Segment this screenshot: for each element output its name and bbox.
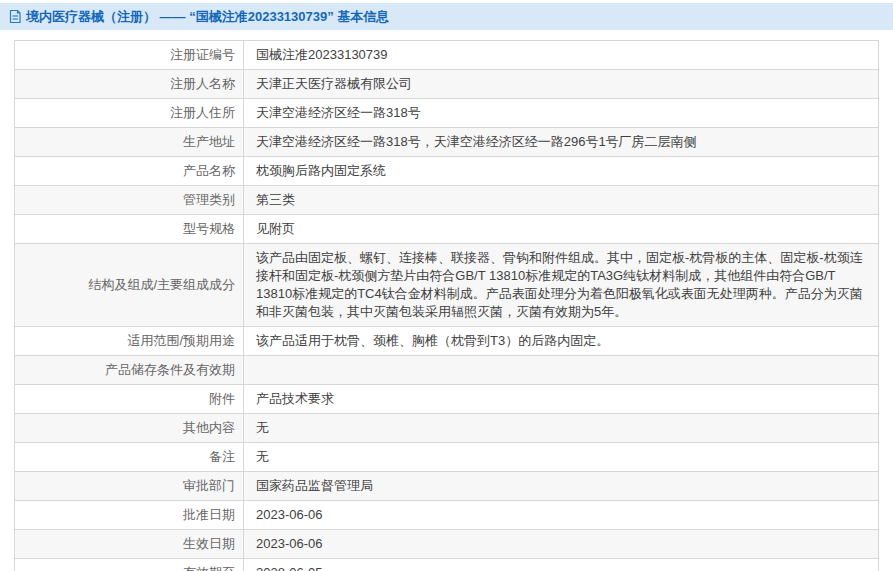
row-label: 附件 xyxy=(15,385,244,414)
row-label: 产品储存条件及有效期 xyxy=(15,356,244,385)
table-row: 注册人名称天津正天医疗器械有限公司 xyxy=(15,70,879,99)
row-label: 其他内容 xyxy=(15,414,244,443)
row-value: 2028-06-05 xyxy=(244,559,879,571)
row-label: 管理类别 xyxy=(15,186,244,215)
row-value: 无 xyxy=(244,414,879,443)
table-row: 审批部门国家药品监督管理局 xyxy=(15,472,879,501)
row-label: 注册人名称 xyxy=(15,70,244,99)
row-value: 见附页 xyxy=(244,215,879,244)
row-value: 无 xyxy=(244,443,879,472)
table-row: 备注无 xyxy=(15,443,879,472)
row-label: 产品名称 xyxy=(15,157,244,186)
table-row: 管理类别第三类 xyxy=(15,186,879,215)
table-row: 产品名称枕颈胸后路内固定系统 xyxy=(15,157,879,186)
table-row: 结构及组成/主要组成成分该产品由固定板、螺钉、连接棒、联接器、骨钩和附件组成。其… xyxy=(15,244,879,327)
registration-info-table: 注册证编号国械注准20233130739注册人名称天津正天医疗器械有限公司注册人… xyxy=(14,40,879,571)
row-value: 产品技术要求 xyxy=(244,385,879,414)
table-row: 产品储存条件及有效期 xyxy=(15,356,879,385)
row-label: 注册人住所 xyxy=(15,99,244,128)
table-row: 批准日期2023-06-06 xyxy=(15,501,879,530)
row-value: 枕颈胸后路内固定系统 xyxy=(244,157,879,186)
row-label: 审批部门 xyxy=(15,472,244,501)
table-row: 生产地址天津空港经济区经一路318号，天津空港经济区经一路296号1号厂房二层南… xyxy=(15,128,879,157)
page-title: 境内医疗器械（注册） —— “国械注准20233130739” 基本信息 xyxy=(26,8,389,26)
row-value: 国家药品监督管理局 xyxy=(244,472,879,501)
row-value: 天津空港经济区经一路318号 xyxy=(244,99,879,128)
row-label: 有效期至 xyxy=(15,559,244,571)
table-row: 其他内容无 xyxy=(15,414,879,443)
row-label: 批准日期 xyxy=(15,501,244,530)
table-row: 有效期至2028-06-05 xyxy=(15,559,879,571)
table-row: 生效日期2023-06-06 xyxy=(15,530,879,559)
row-value: 国械注准20233130739 xyxy=(244,41,879,70)
row-value: 2023-06-06 xyxy=(244,530,879,559)
row-label: 型号规格 xyxy=(15,215,244,244)
row-value: 天津正天医疗器械有限公司 xyxy=(244,70,879,99)
row-value: 该产品由固定板、螺钉、连接棒、联接器、骨钩和附件组成。其中，固定板-枕骨板的主体… xyxy=(244,244,879,327)
row-value xyxy=(244,356,879,385)
info-table-body: 注册证编号国械注准20233130739注册人名称天津正天医疗器械有限公司注册人… xyxy=(15,41,879,571)
row-label: 结构及组成/主要组成成分 xyxy=(15,244,244,327)
row-label: 适用范围/预期用途 xyxy=(15,327,244,356)
table-row: 注册人住所天津空港经济区经一路318号 xyxy=(15,99,879,128)
row-value: 该产品适用于枕骨、颈椎、胸椎（枕骨到T3）的后路内固定。 xyxy=(244,327,879,356)
row-value: 第三类 xyxy=(244,186,879,215)
table-row: 型号规格见附页 xyxy=(15,215,879,244)
page-header: 境内医疗器械（注册） —— “国械注准20233130739” 基本信息 xyxy=(0,3,893,30)
row-label: 生效日期 xyxy=(15,530,244,559)
table-row: 注册证编号国械注准20233130739 xyxy=(15,41,879,70)
row-label: 注册证编号 xyxy=(15,41,244,70)
row-label: 生产地址 xyxy=(15,128,244,157)
table-row: 附件产品技术要求 xyxy=(15,385,879,414)
document-icon xyxy=(8,9,22,24)
row-value: 天津空港经济区经一路318号，天津空港经济区经一路296号1号厂房二层南侧 xyxy=(244,128,879,157)
row-label: 备注 xyxy=(15,443,244,472)
row-value: 2023-06-06 xyxy=(244,501,879,530)
table-row: 适用范围/预期用途该产品适用于枕骨、颈椎、胸椎（枕骨到T3）的后路内固定。 xyxy=(15,327,879,356)
